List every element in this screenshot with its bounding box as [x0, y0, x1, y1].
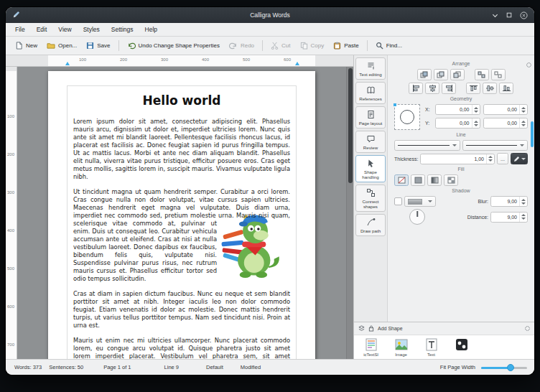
new-document-icon [15, 42, 23, 50]
panel-scrollbar-thumb[interactable] [531, 121, 534, 147]
undo-button[interactable]: Undo Change Shape Properties [123, 39, 224, 52]
shadow-angle-dial[interactable] [409, 209, 425, 225]
line-cap-combo[interactable] [462, 140, 529, 151]
thickness-spinbox[interactable]: 1,00 [420, 154, 495, 164]
scrollbar-thumb[interactable] [348, 68, 353, 183]
tool-tab-shape-handling[interactable]: Shape handling [355, 155, 386, 182]
tool-tab-references[interactable]: References [355, 82, 386, 104]
zoom-mode-button[interactable]: Fit Page Width [440, 364, 475, 370]
shadow-color-combo[interactable] [404, 196, 436, 207]
align-middle-v-button[interactable] [483, 83, 497, 94]
fill-solid-button[interactable] [411, 174, 425, 186]
vertical-ruler: 100 200 300 400 500 600 700 [6, 67, 17, 359]
add-shape-title: Add Shape [378, 326, 403, 331]
blur-spinbox[interactable]: 9,00 [490, 196, 528, 207]
line-indicator[interactable]: Line 9 [164, 364, 179, 370]
save-button[interactable]: Save [82, 39, 114, 52]
open-button[interactable]: Open... [42, 39, 81, 52]
align-center-h-button[interactable] [425, 83, 439, 94]
menu-help[interactable]: Help [139, 24, 163, 34]
undo-icon [127, 42, 136, 50]
maximize-button[interactable] [506, 12, 512, 18]
close-button[interactable] [520, 11, 528, 19]
align-left-button[interactable] [409, 83, 423, 94]
toolbar-separator [367, 40, 368, 51]
shadow-section-title: Shadow [394, 188, 528, 193]
zoom-slider[interactable] [481, 363, 527, 372]
shape-item-pattern[interactable] [448, 337, 475, 353]
document-scrollbar[interactable] [346, 67, 353, 359]
shape-properties-panel: Arrange [388, 55, 534, 322]
review-icon [366, 134, 376, 144]
fill-pattern-button[interactable] [444, 174, 458, 186]
toolbar-separator [118, 40, 119, 51]
editor-area: 100 200 300 400 500 600 100 200 300 400 … [6, 55, 353, 359]
menubar: File Edit View Styles Settings Help [6, 23, 534, 37]
width-spinbox[interactable]: 0,00 [483, 104, 529, 115]
minimize-button[interactable] [492, 12, 498, 19]
ruler-page-band [48, 55, 315, 66]
pointer-icon [366, 159, 376, 168]
document-page[interactable]: Hello world Lorem ipsum dolor sit amet, … [48, 71, 315, 359]
raise-shape-button[interactable] [434, 69, 448, 80]
text-frame[interactable]: Hello world Lorem ipsum dolor sit amet, … [67, 85, 297, 359]
line-color-button[interactable] [511, 153, 528, 164]
line-more-button[interactable]: ... [497, 153, 508, 164]
dock-float-icon[interactable] [526, 57, 531, 70]
app-window: Calligra Words File Edit View Styles Set… [6, 7, 534, 375]
bring-to-front-button[interactable] [417, 69, 432, 80]
menu-file[interactable]: File [9, 24, 31, 34]
align-right-button[interactable] [442, 83, 456, 94]
tool-tab-draw-path[interactable]: Draw path [355, 214, 386, 236]
align-top-button[interactable] [466, 83, 480, 94]
shape-item-text[interactable]: Text [418, 337, 444, 357]
text-editing-icon [366, 61, 376, 70]
lock-icon [368, 325, 374, 332]
fill-none-button[interactable] [394, 174, 409, 186]
find-button[interactable]: Find... [371, 39, 406, 52]
menu-view[interactable]: View [52, 24, 77, 34]
fill-gradient-button[interactable] [427, 174, 442, 186]
align-bottom-button[interactable] [499, 83, 513, 94]
tool-tab-page-layout[interactable]: Page layout [355, 106, 386, 129]
image-shape-icon [394, 337, 409, 352]
cut-button[interactable]: Cut [266, 39, 294, 52]
shape-item-richtext[interactable]: icTextSl [358, 337, 384, 357]
menu-settings[interactable]: Settings [106, 24, 139, 34]
copy-icon [300, 42, 308, 50]
shape-item-image[interactable]: Image [388, 337, 414, 357]
x-position-spinbox[interactable]: 0,00 [435, 104, 480, 115]
titlebar[interactable]: Calligra Words [6, 7, 534, 23]
distance-spinbox[interactable]: 9,00 [490, 212, 528, 223]
y-position-spinbox[interactable]: 0,00 [435, 118, 480, 129]
sentence-count: Sentences: 50 [49, 364, 83, 370]
menu-styles[interactable]: Styles [78, 24, 106, 34]
folder-open-icon [47, 42, 55, 50]
page-indicator[interactable]: Page 1 of 1 [103, 364, 131, 370]
copy-button[interactable]: Copy [296, 39, 329, 52]
pattern-shape-icon [455, 337, 469, 352]
indent-marker-left[interactable] [65, 62, 70, 65]
redo-button[interactable]: Redo [225, 39, 259, 52]
distance-label: Distance: [467, 215, 488, 220]
style-indicator[interactable]: Default [206, 364, 223, 370]
thickness-label: Thickness: [394, 157, 418, 162]
line-style-combo[interactable] [394, 140, 460, 151]
shadow-enable-checkbox[interactable] [394, 197, 402, 205]
new-button[interactable]: New [11, 39, 42, 52]
tool-tab-text-editing[interactable]: Text editing [355, 57, 386, 80]
height-spinbox[interactable]: 0,00 [483, 118, 529, 129]
tool-tab-review[interactable]: Review [355, 131, 386, 153]
tool-tab-connect-shapes[interactable]: Connect shapes [355, 185, 386, 212]
dock-float-icon[interactable] [525, 326, 530, 331]
connector-icon [366, 188, 376, 197]
group-shapes-button[interactable] [475, 69, 489, 80]
word-count: Words: 373 [14, 364, 42, 370]
paste-button[interactable]: Paste [329, 39, 363, 52]
menu-edit[interactable]: Edit [31, 24, 53, 34]
indent-marker-right[interactable] [295, 62, 299, 65]
ungroup-shapes-button[interactable] [491, 69, 506, 80]
document-canvas[interactable]: Hello world Lorem ipsum dolor sit amet, … [17, 67, 346, 359]
lower-shape-button[interactable] [450, 69, 465, 80]
zoom-slider-handle[interactable] [507, 364, 514, 371]
